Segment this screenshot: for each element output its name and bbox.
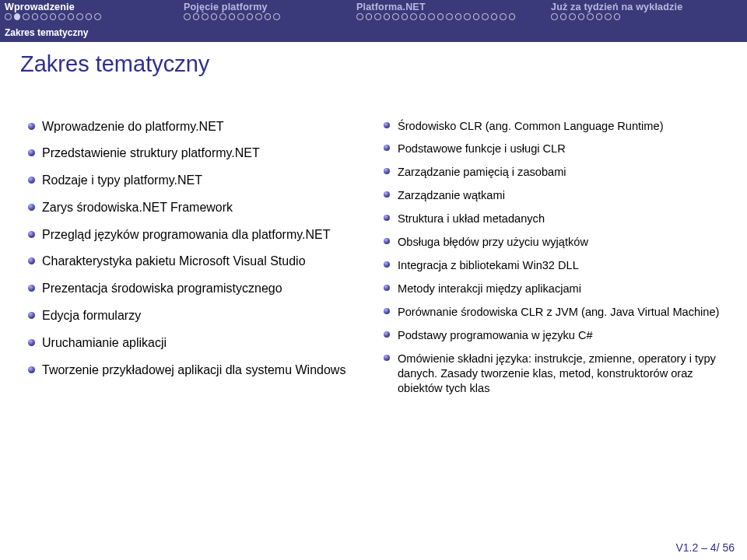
list-item: Charakterystyka pakietu Microsoft Visual…: [28, 254, 373, 270]
nav-dot[interactable]: [482, 13, 489, 20]
list-item: Podstawowe funkcje i usługi CLR: [384, 142, 728, 156]
nav-section-1[interactable]: Pojęcie platformy: [179, 0, 352, 23]
list-item: Zarys środowiska.NET Framework: [28, 200, 373, 216]
list-item: Integracja z bibliotekami Win32 DLL: [384, 258, 728, 273]
nav-dot[interactable]: [437, 13, 444, 20]
nav-dot[interactable]: [255, 13, 262, 20]
nav-dot[interactable]: [455, 13, 462, 20]
nav-dot[interactable]: [86, 13, 93, 20]
nav-dot[interactable]: [40, 13, 47, 20]
list-item: Podstawy programowania w języku C#: [384, 328, 728, 343]
nav-dot[interactable]: [94, 13, 101, 20]
nav-dot[interactable]: [551, 13, 558, 20]
nav-dot[interactable]: [500, 13, 507, 20]
nav-dot[interactable]: [587, 13, 594, 20]
nav-dot[interactable]: [464, 13, 471, 20]
list-item: Obsługa błędów przy użyciu wyjątków: [384, 235, 728, 250]
nav-dot[interactable]: [578, 13, 585, 20]
nav-dot[interactable]: [560, 13, 567, 20]
nav-dot[interactable]: [491, 13, 498, 20]
nav-dot[interactable]: [473, 13, 480, 20]
list-item: Uruchamianie aplikacji: [28, 335, 373, 352]
nav-dot[interactable]: [211, 13, 218, 20]
nav-dot[interactable]: [374, 13, 381, 20]
nav-dot[interactable]: [193, 13, 200, 20]
nav-section-0[interactable]: Wprowadzenie: [0, 0, 179, 23]
nav-label: Wprowadzenie: [5, 2, 174, 12]
nav-dot[interactable]: [273, 13, 280, 20]
list-item: Przedstawienie struktury platformy.NET: [28, 145, 373, 162]
nav-dots-1: [184, 12, 347, 23]
nav-dot[interactable]: [237, 13, 244, 20]
nav-label: Już za tydzień na wykładzie: [551, 2, 742, 12]
nav-dot[interactable]: [76, 13, 83, 20]
list-item: Struktura i układ metadanych: [384, 212, 728, 226]
footer-pager: V1.2 – 4/ 56: [675, 541, 735, 554]
nav-dot[interactable]: [5, 13, 12, 20]
nav-dot[interactable]: [366, 13, 373, 20]
list-item: Wprowadzenie do platformy.NET: [28, 119, 373, 135]
list-item: Rodzaje i typy platformy.NET: [28, 173, 373, 189]
nav-dots-0: [5, 12, 174, 23]
nav-dot[interactable]: [428, 13, 435, 20]
slide: Wprowadzenie Pojęcie platformy Platforma…: [0, 0, 747, 560]
subsection-label: Zakres tematyczny: [5, 27, 88, 38]
nav-dot[interactable]: [509, 13, 516, 20]
nav-dot[interactable]: [419, 13, 426, 20]
nav-dot[interactable]: [446, 13, 453, 20]
nav-label: Pojęcie platformy: [184, 2, 347, 12]
list-item: Metody interakcji między aplikacjami: [384, 282, 728, 296]
nav-dot[interactable]: [184, 13, 191, 20]
left-column: Wprowadzenie do platformy.NETPrzedstawie…: [28, 119, 373, 405]
nav-dot[interactable]: [605, 13, 612, 20]
right-list: Środowisko CLR (ang. Common Language Run…: [384, 119, 728, 397]
nav-dot[interactable]: [596, 13, 603, 20]
nav-section-3[interactable]: Już za tydzień na wykładzie: [546, 0, 747, 23]
nav-dots-3: [551, 12, 742, 23]
nav-section-2[interactable]: Platforma.NET: [352, 0, 546, 23]
nav-dot[interactable]: [219, 13, 226, 20]
list-item: Tworzenie przykładowej aplikacji dla sys…: [28, 362, 373, 379]
nav-dot[interactable]: [356, 13, 363, 20]
slide-body: Wprowadzenie do platformy.NETPrzedstawie…: [0, 85, 747, 405]
nav-dot[interactable]: [32, 13, 39, 20]
nav-bar: Wprowadzenie Pojęcie platformy Platforma…: [0, 0, 747, 23]
list-item: Zarządzanie pamięcią i zasobami: [384, 165, 728, 180]
left-list: Wprowadzenie do platformy.NETPrzedstawie…: [28, 119, 373, 379]
list-item: Omówienie składni języka: instrukcje, zm…: [384, 352, 728, 396]
list-item: Edycja formularzy: [28, 308, 373, 324]
nav-dot[interactable]: [50, 13, 57, 20]
nav-dot[interactable]: [68, 13, 75, 20]
nav-dot[interactable]: [384, 13, 391, 20]
nav-dot[interactable]: [402, 13, 409, 20]
list-item: Przegląd języków programowania dla platf…: [28, 227, 373, 243]
nav-dot[interactable]: [202, 13, 209, 20]
nav-dot[interactable]: [410, 13, 417, 20]
nav-dot[interactable]: [265, 13, 272, 20]
list-item: Środowisko CLR (ang. Common Language Run…: [384, 119, 728, 134]
nav-dot[interactable]: [614, 13, 621, 20]
nav-dot[interactable]: [247, 13, 254, 20]
nav-label: Platforma.NET: [356, 2, 542, 12]
nav-dots-2: [356, 12, 542, 23]
sub-nav: Zakres tematyczny: [0, 23, 747, 42]
nav-dot[interactable]: [58, 13, 65, 20]
nav-dot[interactable]: [23, 13, 30, 20]
right-column: Środowisko CLR (ang. Common Language Run…: [384, 119, 728, 405]
nav-dot[interactable]: [14, 13, 21, 20]
nav-dot[interactable]: [392, 13, 399, 20]
list-item: Prezentacja środowiska programistycznego: [28, 281, 373, 297]
list-item: Zarządzanie wątkami: [384, 188, 728, 203]
nav-dot[interactable]: [569, 13, 576, 20]
list-item: Porównanie środowiska CLR z JVM (ang. Ja…: [384, 305, 728, 320]
slide-title: Zakres tematyczny: [0, 42, 747, 85]
nav-dot[interactable]: [229, 13, 236, 20]
